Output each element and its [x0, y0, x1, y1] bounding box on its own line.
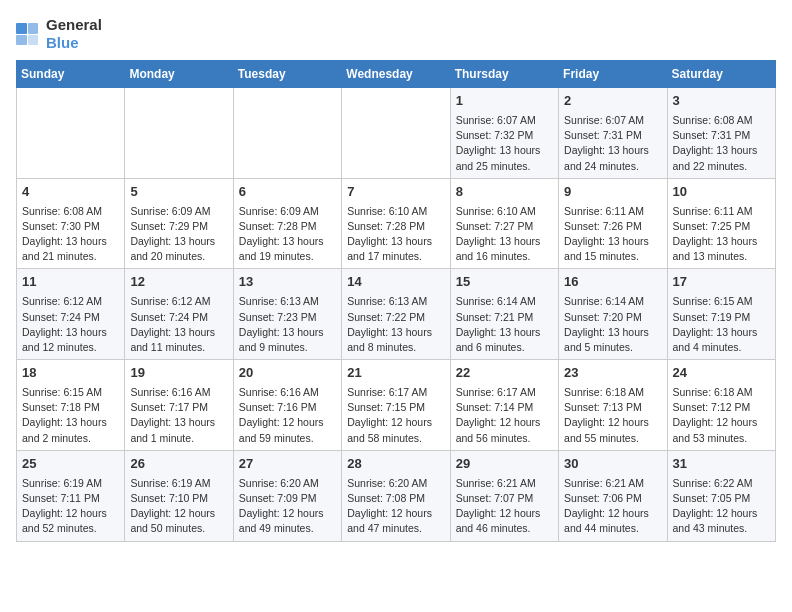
day-number: 10 — [673, 183, 770, 202]
day-cell: 15Sunrise: 6:14 AMSunset: 7:21 PMDayligh… — [450, 269, 558, 360]
day-number: 31 — [673, 455, 770, 474]
svg-rect-1 — [28, 23, 38, 34]
day-info: Sunset: 7:29 PM — [130, 219, 227, 234]
day-cell: 7Sunrise: 6:10 AMSunset: 7:28 PMDaylight… — [342, 178, 450, 269]
day-number: 5 — [130, 183, 227, 202]
header-cell-friday: Friday — [559, 61, 667, 88]
day-number: 4 — [22, 183, 119, 202]
day-number: 19 — [130, 364, 227, 383]
svg-rect-3 — [28, 35, 38, 45]
week-row-2: 4Sunrise: 6:08 AMSunset: 7:30 PMDaylight… — [17, 178, 776, 269]
day-cell: 14Sunrise: 6:13 AMSunset: 7:22 PMDayligh… — [342, 269, 450, 360]
day-number: 13 — [239, 273, 336, 292]
day-info: Daylight: 12 hours — [239, 506, 336, 521]
header-cell-thursday: Thursday — [450, 61, 558, 88]
day-info: and 5 minutes. — [564, 340, 661, 355]
header-cell-monday: Monday — [125, 61, 233, 88]
week-row-1: 1Sunrise: 6:07 AMSunset: 7:32 PMDaylight… — [17, 88, 776, 179]
day-number: 3 — [673, 92, 770, 111]
day-info: Sunrise: 6:15 AM — [673, 294, 770, 309]
day-info: and 1 minute. — [130, 431, 227, 446]
day-cell: 31Sunrise: 6:22 AMSunset: 7:05 PMDayligh… — [667, 450, 775, 541]
day-info: Sunset: 7:28 PM — [347, 219, 444, 234]
day-info: Sunset: 7:22 PM — [347, 310, 444, 325]
day-cell: 19Sunrise: 6:16 AMSunset: 7:17 PMDayligh… — [125, 360, 233, 451]
day-info: and 9 minutes. — [239, 340, 336, 355]
day-cell: 20Sunrise: 6:16 AMSunset: 7:16 PMDayligh… — [233, 360, 341, 451]
day-cell: 28Sunrise: 6:20 AMSunset: 7:08 PMDayligh… — [342, 450, 450, 541]
header-cell-sunday: Sunday — [17, 61, 125, 88]
day-info: Sunset: 7:07 PM — [456, 491, 553, 506]
day-info: Daylight: 13 hours — [22, 415, 119, 430]
day-info: Sunrise: 6:21 AM — [456, 476, 553, 491]
day-cell: 27Sunrise: 6:20 AMSunset: 7:09 PMDayligh… — [233, 450, 341, 541]
day-info: Sunset: 7:20 PM — [564, 310, 661, 325]
day-cell: 11Sunrise: 6:12 AMSunset: 7:24 PMDayligh… — [17, 269, 125, 360]
day-info: Sunset: 7:32 PM — [456, 128, 553, 143]
day-cell: 17Sunrise: 6:15 AMSunset: 7:19 PMDayligh… — [667, 269, 775, 360]
day-info: Daylight: 12 hours — [456, 506, 553, 521]
day-info: Daylight: 13 hours — [130, 234, 227, 249]
day-cell: 22Sunrise: 6:17 AMSunset: 7:14 PMDayligh… — [450, 360, 558, 451]
day-info: and 52 minutes. — [22, 521, 119, 536]
day-cell: 23Sunrise: 6:18 AMSunset: 7:13 PMDayligh… — [559, 360, 667, 451]
logo-svg — [16, 23, 38, 45]
day-cell: 16Sunrise: 6:14 AMSunset: 7:20 PMDayligh… — [559, 269, 667, 360]
day-info: Daylight: 12 hours — [673, 506, 770, 521]
day-info: and 55 minutes. — [564, 431, 661, 446]
day-info: Sunset: 7:18 PM — [22, 400, 119, 415]
day-info: and 50 minutes. — [130, 521, 227, 536]
day-info: Sunrise: 6:22 AM — [673, 476, 770, 491]
day-cell: 9Sunrise: 6:11 AMSunset: 7:26 PMDaylight… — [559, 178, 667, 269]
day-info: Daylight: 12 hours — [22, 506, 119, 521]
day-info: Sunset: 7:17 PM — [130, 400, 227, 415]
day-info: Sunrise: 6:11 AM — [673, 204, 770, 219]
day-info: and 20 minutes. — [130, 249, 227, 264]
day-info: Daylight: 13 hours — [130, 325, 227, 340]
week-row-5: 25Sunrise: 6:19 AMSunset: 7:11 PMDayligh… — [17, 450, 776, 541]
day-info: Sunset: 7:09 PM — [239, 491, 336, 506]
day-info: Daylight: 12 hours — [456, 415, 553, 430]
day-info: Daylight: 13 hours — [22, 325, 119, 340]
day-info: Sunrise: 6:08 AM — [673, 113, 770, 128]
svg-rect-0 — [16, 23, 27, 34]
day-info: and 56 minutes. — [456, 431, 553, 446]
day-info: Sunset: 7:13 PM — [564, 400, 661, 415]
logo-line2: Blue — [46, 34, 102, 52]
day-info: and 17 minutes. — [347, 249, 444, 264]
day-cell: 4Sunrise: 6:08 AMSunset: 7:30 PMDaylight… — [17, 178, 125, 269]
day-info: and 25 minutes. — [456, 159, 553, 174]
day-number: 29 — [456, 455, 553, 474]
day-cell — [17, 88, 125, 179]
day-cell: 18Sunrise: 6:15 AMSunset: 7:18 PMDayligh… — [17, 360, 125, 451]
day-info: Sunrise: 6:07 AM — [564, 113, 661, 128]
day-info: and 13 minutes. — [673, 249, 770, 264]
day-info: Sunset: 7:12 PM — [673, 400, 770, 415]
day-info: Daylight: 12 hours — [239, 415, 336, 430]
day-info: Sunrise: 6:13 AM — [239, 294, 336, 309]
day-number: 7 — [347, 183, 444, 202]
day-info: Sunrise: 6:15 AM — [22, 385, 119, 400]
day-info: Sunset: 7:23 PM — [239, 310, 336, 325]
day-cell — [125, 88, 233, 179]
week-row-4: 18Sunrise: 6:15 AMSunset: 7:18 PMDayligh… — [17, 360, 776, 451]
day-number: 26 — [130, 455, 227, 474]
day-info: Sunrise: 6:11 AM — [564, 204, 661, 219]
day-info: Sunrise: 6:09 AM — [239, 204, 336, 219]
day-info: Daylight: 13 hours — [564, 143, 661, 158]
day-info: Sunrise: 6:20 AM — [347, 476, 444, 491]
day-number: 18 — [22, 364, 119, 383]
day-info: Sunrise: 6:16 AM — [239, 385, 336, 400]
day-cell: 10Sunrise: 6:11 AMSunset: 7:25 PMDayligh… — [667, 178, 775, 269]
day-info: Sunset: 7:21 PM — [456, 310, 553, 325]
day-number: 16 — [564, 273, 661, 292]
day-info: Daylight: 13 hours — [673, 143, 770, 158]
day-cell: 21Sunrise: 6:17 AMSunset: 7:15 PMDayligh… — [342, 360, 450, 451]
day-info: Sunrise: 6:07 AM — [456, 113, 553, 128]
day-cell: 13Sunrise: 6:13 AMSunset: 7:23 PMDayligh… — [233, 269, 341, 360]
day-info: Sunset: 7:26 PM — [564, 219, 661, 234]
day-info: Sunrise: 6:18 AM — [564, 385, 661, 400]
day-number: 8 — [456, 183, 553, 202]
day-info: Sunrise: 6:12 AM — [22, 294, 119, 309]
day-info: Sunrise: 6:21 AM — [564, 476, 661, 491]
